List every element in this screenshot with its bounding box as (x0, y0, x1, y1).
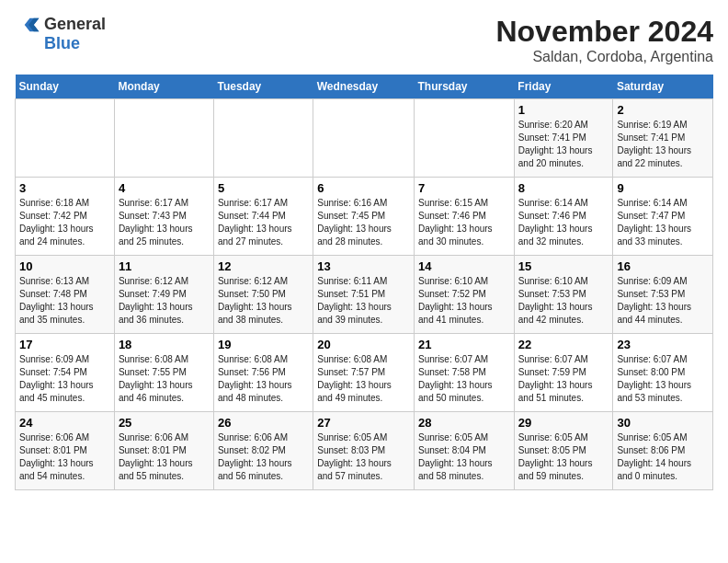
day-info: Sunrise: 6:19 AM Sunset: 7:41 PM Dayligh… (617, 119, 709, 170)
calendar-cell: 7Sunrise: 6:15 AM Sunset: 7:46 PM Daylig… (415, 178, 515, 256)
calendar-cell: 29Sunrise: 6:05 AM Sunset: 8:05 PM Dayli… (514, 412, 613, 490)
calendar-week-row: 17Sunrise: 6:09 AM Sunset: 7:54 PM Dayli… (16, 334, 713, 412)
day-info: Sunrise: 6:09 AM Sunset: 7:54 PM Dayligh… (19, 353, 110, 405)
day-info: Sunrise: 6:14 AM Sunset: 7:46 PM Dayligh… (518, 197, 609, 248)
calendar-week-row: 24Sunrise: 6:06 AM Sunset: 8:01 PM Dayli… (16, 412, 713, 490)
calendar-cell: 14Sunrise: 6:10 AM Sunset: 7:52 PM Dayli… (415, 256, 515, 334)
logo-icon (15, 16, 42, 34)
calendar-cell: 23Sunrise: 6:07 AM Sunset: 8:00 PM Dayli… (613, 334, 713, 412)
day-number: 21 (418, 338, 510, 351)
day-info: Sunrise: 6:07 AM Sunset: 8:00 PM Dayligh… (617, 353, 709, 405)
weekday-header: Friday (514, 75, 613, 99)
day-info: Sunrise: 6:08 AM Sunset: 7:55 PM Dayligh… (119, 353, 210, 405)
day-info: Sunrise: 6:12 AM Sunset: 7:49 PM Dayligh… (119, 275, 210, 327)
day-info: Sunrise: 6:09 AM Sunset: 7:53 PM Dayligh… (617, 275, 709, 327)
calendar-cell: 1Sunrise: 6:20 AM Sunset: 7:41 PM Daylig… (514, 99, 613, 178)
calendar-cell: 4Sunrise: 6:17 AM Sunset: 7:43 PM Daylig… (114, 178, 213, 256)
day-info: Sunrise: 6:05 AM Sunset: 8:04 PM Dayligh… (418, 431, 510, 483)
day-number: 15 (518, 259, 609, 273)
day-number: 22 (518, 338, 609, 351)
calendar-cell: 30Sunrise: 6:05 AM Sunset: 8:06 PM Dayli… (613, 412, 713, 490)
weekday-header: Thursday (415, 75, 515, 99)
day-info: Sunrise: 6:17 AM Sunset: 7:43 PM Dayligh… (119, 197, 210, 248)
weekday-header: Monday (114, 75, 213, 99)
calendar-cell: 3Sunrise: 6:18 AM Sunset: 7:42 PM Daylig… (16, 178, 115, 256)
day-info: Sunrise: 6:12 AM Sunset: 7:50 PM Dayligh… (218, 275, 309, 327)
weekday-header: Saturday (613, 75, 713, 99)
day-info: Sunrise: 6:07 AM Sunset: 7:59 PM Dayligh… (518, 353, 609, 405)
calendar-cell: 22Sunrise: 6:07 AM Sunset: 7:59 PM Dayli… (514, 334, 613, 412)
calendar-cell: 21Sunrise: 6:07 AM Sunset: 7:58 PM Dayli… (415, 334, 515, 412)
calendar-week-row: 10Sunrise: 6:13 AM Sunset: 7:48 PM Dayli… (16, 256, 713, 334)
day-number: 26 (218, 416, 309, 430)
calendar-table: SundayMondayTuesdayWednesdayThursdayFrid… (15, 75, 713, 490)
day-number: 7 (418, 181, 510, 195)
day-info: Sunrise: 6:18 AM Sunset: 7:42 PM Dayligh… (19, 197, 110, 248)
day-number: 29 (518, 416, 609, 430)
day-info: Sunrise: 6:17 AM Sunset: 7:44 PM Dayligh… (218, 197, 309, 248)
logo: General Blue (15, 15, 106, 53)
day-info: Sunrise: 6:05 AM Sunset: 8:03 PM Dayligh… (317, 431, 410, 483)
day-number: 8 (518, 181, 609, 195)
day-number: 24 (19, 416, 110, 430)
day-number: 14 (418, 259, 510, 273)
day-info: Sunrise: 6:15 AM Sunset: 7:46 PM Dayligh… (418, 197, 510, 248)
day-info: Sunrise: 6:10 AM Sunset: 7:53 PM Dayligh… (518, 275, 609, 327)
weekday-header: Tuesday (213, 75, 313, 99)
day-info: Sunrise: 6:14 AM Sunset: 7:47 PM Dayligh… (617, 197, 709, 248)
calendar-cell: 6Sunrise: 6:16 AM Sunset: 7:45 PM Daylig… (313, 178, 415, 256)
calendar-cell (313, 99, 415, 178)
day-number: 23 (617, 338, 709, 351)
day-info: Sunrise: 6:06 AM Sunset: 8:01 PM Dayligh… (19, 431, 110, 483)
calendar-cell: 18Sunrise: 6:08 AM Sunset: 7:55 PM Dayli… (114, 334, 213, 412)
day-number: 6 (317, 181, 410, 195)
day-number: 11 (119, 259, 210, 273)
day-info: Sunrise: 6:07 AM Sunset: 7:58 PM Dayligh… (418, 353, 510, 405)
day-number: 25 (119, 416, 210, 430)
calendar-cell: 5Sunrise: 6:17 AM Sunset: 7:44 PM Daylig… (213, 178, 313, 256)
calendar-cell: 24Sunrise: 6:06 AM Sunset: 8:01 PM Dayli… (16, 412, 115, 490)
calendar-cell: 10Sunrise: 6:13 AM Sunset: 7:48 PM Dayli… (16, 256, 115, 334)
calendar-cell: 17Sunrise: 6:09 AM Sunset: 7:54 PM Dayli… (16, 334, 115, 412)
weekday-header: Wednesday (313, 75, 415, 99)
calendar-cell: 26Sunrise: 6:06 AM Sunset: 8:02 PM Dayli… (213, 412, 313, 490)
day-info: Sunrise: 6:05 AM Sunset: 8:05 PM Dayligh… (518, 431, 609, 483)
day-number: 27 (317, 416, 410, 430)
weekday-header: Sunday (16, 75, 115, 99)
day-info: Sunrise: 6:05 AM Sunset: 8:06 PM Dayligh… (617, 431, 709, 483)
calendar-cell (415, 99, 515, 178)
day-info: Sunrise: 6:10 AM Sunset: 7:52 PM Dayligh… (418, 275, 510, 327)
day-number: 20 (317, 338, 410, 351)
day-number: 5 (218, 181, 309, 195)
calendar-cell: 16Sunrise: 6:09 AM Sunset: 7:53 PM Dayli… (613, 256, 713, 334)
day-number: 10 (19, 259, 110, 273)
calendar-cell: 12Sunrise: 6:12 AM Sunset: 7:50 PM Dayli… (213, 256, 313, 334)
day-info: Sunrise: 6:13 AM Sunset: 7:48 PM Dayligh… (19, 275, 110, 327)
calendar-cell: 28Sunrise: 6:05 AM Sunset: 8:04 PM Dayli… (415, 412, 515, 490)
logo-general: General (44, 15, 106, 34)
day-number: 13 (317, 259, 410, 273)
calendar-cell: 11Sunrise: 6:12 AM Sunset: 7:49 PM Dayli… (114, 256, 213, 334)
calendar-week-row: 3Sunrise: 6:18 AM Sunset: 7:42 PM Daylig… (16, 178, 713, 256)
day-info: Sunrise: 6:16 AM Sunset: 7:45 PM Dayligh… (317, 197, 410, 248)
title-section: November 2024 Saldan, Cordoba, Argentina (495, 15, 713, 65)
weekday-header-row: SundayMondayTuesdayWednesdayThursdayFrid… (16, 75, 713, 99)
calendar-cell: 8Sunrise: 6:14 AM Sunset: 7:46 PM Daylig… (514, 178, 613, 256)
day-info: Sunrise: 6:08 AM Sunset: 7:57 PM Dayligh… (317, 353, 410, 405)
calendar-cell: 13Sunrise: 6:11 AM Sunset: 7:51 PM Dayli… (313, 256, 415, 334)
logo-blue: Blue (44, 34, 80, 53)
day-number: 18 (119, 338, 210, 351)
calendar-cell: 19Sunrise: 6:08 AM Sunset: 7:56 PM Dayli… (213, 334, 313, 412)
day-number: 19 (218, 338, 309, 351)
day-info: Sunrise: 6:06 AM Sunset: 8:01 PM Dayligh… (119, 431, 210, 483)
day-number: 9 (617, 181, 709, 195)
day-number: 30 (617, 416, 709, 430)
day-number: 16 (617, 259, 709, 273)
calendar-cell: 15Sunrise: 6:10 AM Sunset: 7:53 PM Dayli… (514, 256, 613, 334)
calendar-cell: 2Sunrise: 6:19 AM Sunset: 7:41 PM Daylig… (613, 99, 713, 178)
day-info: Sunrise: 6:08 AM Sunset: 7:56 PM Dayligh… (218, 353, 309, 405)
calendar-cell (213, 99, 313, 178)
day-number: 12 (218, 259, 309, 273)
day-number: 1 (518, 103, 609, 117)
calendar-cell (16, 99, 115, 178)
